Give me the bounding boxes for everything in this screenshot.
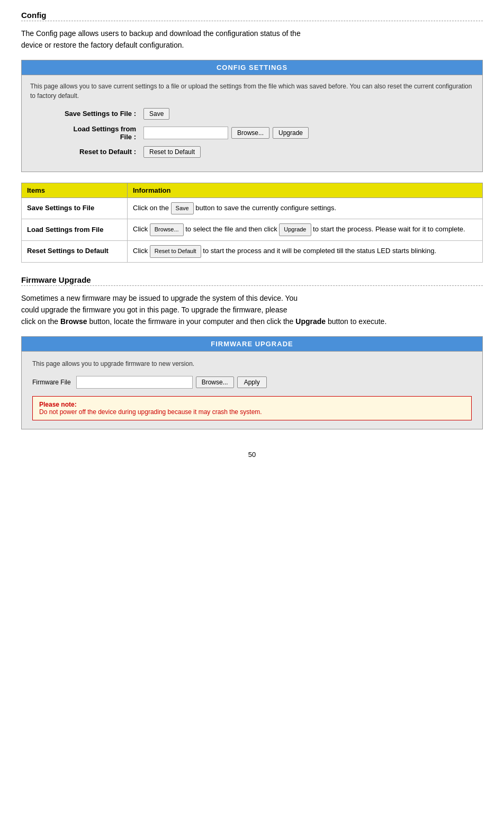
firmware-file-label: Firmware File xyxy=(32,379,71,386)
config-settings-header: CONFIG SETTINGS xyxy=(22,60,482,75)
table-header-information: Information xyxy=(128,183,483,197)
load-settings-browse-button[interactable]: Browse... xyxy=(231,127,269,139)
firmware-file-row: Firmware File Browse... Apply xyxy=(32,376,472,389)
table-cell-item-reset: Reset Settings to Default xyxy=(22,240,128,262)
table-cell-item-save: Save Settings to File xyxy=(22,197,128,219)
reset-settings-label: Reset to Default : xyxy=(30,148,136,156)
reset-inline-btn: Reset to Default xyxy=(150,245,201,258)
firmware-divider xyxy=(21,285,483,286)
config-intro: The Config page allows users to backup a… xyxy=(21,28,483,51)
table-row: Reset Settings to Default Click Reset to… xyxy=(22,240,483,262)
browse-inline-btn: Browse... xyxy=(150,223,184,236)
table-header-items: Items xyxy=(22,183,128,197)
reset-settings-row: Reset to Default : Reset to Default xyxy=(30,146,474,158)
config-settings-box: CONFIG SETTINGS This page allows you to … xyxy=(21,60,483,172)
firmware-browse-button[interactable]: Browse... xyxy=(196,376,234,388)
load-settings-input[interactable] xyxy=(143,127,228,139)
page-number: 50 xyxy=(21,451,483,459)
table-cell-info-load: Click Browse... to select the file and t… xyxy=(128,219,483,241)
table-cell-info-save: Click on the Save button to save the cur… xyxy=(128,197,483,219)
firmware-intro: Sometimes a new firmware may be issued t… xyxy=(21,292,483,328)
config-settings-body: This page allows you to save current set… xyxy=(22,75,482,172)
config-divider xyxy=(21,21,483,21)
firmware-apply-button[interactable]: Apply xyxy=(237,376,267,388)
upgrade-bold: Upgrade xyxy=(295,317,326,326)
firmware-note-title: Please note: xyxy=(39,401,465,408)
load-settings-row: Load Settings fromFile : Browse... Upgra… xyxy=(30,125,474,141)
load-settings-controls: Browse... Upgrade xyxy=(143,127,309,139)
table-cell-item-load: Load Settings from File xyxy=(22,219,128,241)
firmware-title: Firmware Upgrade xyxy=(21,275,483,284)
firmware-upgrade-body: This page allows you to upgrade firmware… xyxy=(22,352,482,429)
firmware-file-input[interactable] xyxy=(76,376,193,389)
config-settings-desc: This page allows you to save current set… xyxy=(30,82,474,101)
load-settings-upgrade-button[interactable]: Upgrade xyxy=(273,127,309,139)
upgrade-inline-btn: Upgrade xyxy=(279,223,311,236)
firmware-note-text: Do not power off the device during upgra… xyxy=(39,408,465,416)
save-settings-label: Save Settings to File : xyxy=(30,110,136,118)
config-info-table: Items Information Save Settings to File … xyxy=(21,183,483,263)
save-settings-row: Save Settings to File : Save xyxy=(30,108,474,120)
table-row: Save Settings to File Click on the Save … xyxy=(22,197,483,219)
save-settings-button[interactable]: Save xyxy=(143,108,169,120)
firmware-upgrade-desc: This page allows you to upgrade firmware… xyxy=(32,360,472,367)
load-settings-label: Load Settings fromFile : xyxy=(30,125,136,141)
firmware-note-box: Please note: Do not power off the device… xyxy=(32,396,472,420)
config-title: Config xyxy=(21,11,483,20)
browse-bold: Browse xyxy=(60,317,87,326)
table-cell-info-reset: Click Reset to Default to start the proc… xyxy=(128,240,483,262)
firmware-upgrade-header: FIRMWARE UPGRADE xyxy=(22,337,482,352)
reset-to-default-button[interactable]: Reset to Default xyxy=(143,146,201,158)
firmware-upgrade-box: FIRMWARE UPGRADE This page allows you to… xyxy=(21,336,483,429)
save-settings-controls: Save xyxy=(143,108,169,120)
reset-settings-controls: Reset to Default xyxy=(143,146,201,158)
table-row: Load Settings from File Click Browse... … xyxy=(22,219,483,241)
save-inline-btn: Save xyxy=(171,202,194,215)
